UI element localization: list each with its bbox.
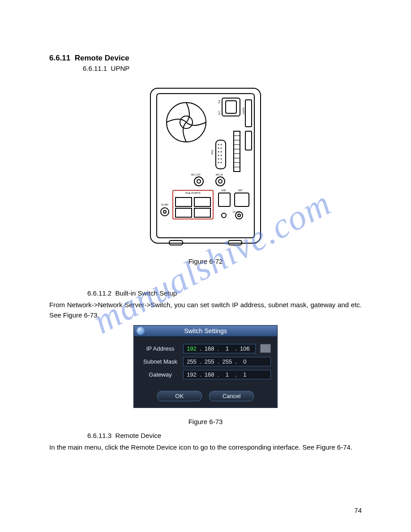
mask-seg-3[interactable]: 255 xyxy=(221,358,233,365)
figure-caption-2: Figure 6-73 xyxy=(49,418,362,425)
paragraph-2: In the main menu, click the Remote Devic… xyxy=(49,442,362,452)
subsection-title: UPNP xyxy=(111,64,130,72)
svg-rect-41 xyxy=(218,193,230,206)
row-mask: Subnet Mask 255. 255. 255. 0 xyxy=(140,357,271,366)
svg-point-30 xyxy=(194,177,203,186)
label-mic-in: MIC IN xyxy=(216,173,223,176)
row-gateway: Gateway 192. 168. 1. 1 xyxy=(140,370,271,379)
page: manualshive.com 6.6.11 Remote Device 6.6… xyxy=(0,0,411,532)
label-esata: eSATA xyxy=(242,107,245,114)
svg-point-26 xyxy=(218,159,219,159)
svg-rect-37 xyxy=(176,208,192,217)
svg-point-19 xyxy=(221,144,222,145)
subsection-3-number: 6.6.11.3 xyxy=(87,432,111,439)
svg-point-33 xyxy=(218,180,222,183)
svg-point-32 xyxy=(216,177,225,186)
figure-6-73: Switch Settings IP Address 192. 168. 1. … xyxy=(49,325,362,425)
label-usb: USB xyxy=(221,189,226,192)
svg-rect-36 xyxy=(194,197,210,206)
svg-point-21 xyxy=(221,148,222,149)
label-poe: PoE PORTS xyxy=(185,192,201,194)
label-vga: VGA xyxy=(211,150,214,154)
row-ip: IP Address 192. 168. 1. 106 xyxy=(140,344,271,353)
keyboard-icon[interactable] xyxy=(260,344,271,353)
gw-seg-2[interactable]: 168 xyxy=(203,371,216,378)
device-illustration: PoE PORTS MIC OUT MIC IN USB NET DC48V D… xyxy=(145,85,266,250)
section-title: Remote Device xyxy=(75,54,129,62)
label-on: ON xyxy=(218,100,221,103)
svg-point-25 xyxy=(221,155,222,156)
section-heading: 6.6.11 Remote Device 6.6.11.1 UPNP xyxy=(49,54,362,72)
svg-point-39 xyxy=(161,208,169,216)
ip-seg-2[interactable]: 168 xyxy=(203,345,216,352)
gw-seg-3[interactable]: 1 xyxy=(221,371,233,378)
svg-rect-7 xyxy=(245,131,252,150)
svg-point-45 xyxy=(238,214,240,217)
gateway-input[interactable]: 192. 168. 1. 1 xyxy=(183,370,271,379)
svg-rect-38 xyxy=(194,208,210,217)
svg-point-28 xyxy=(218,162,219,163)
figure-6-72: PoE PORTS MIC OUT MIC IN USB NET DC48V D… xyxy=(49,85,362,265)
svg-point-40 xyxy=(163,210,166,213)
label-off: OFF xyxy=(218,111,221,115)
label-dc12: DC12V xyxy=(233,210,240,213)
svg-rect-6 xyxy=(245,100,252,127)
mask-seg-1[interactable]: 255 xyxy=(185,358,198,365)
gw-seg-1[interactable]: 192 xyxy=(185,371,198,378)
label-dc48: DC48V xyxy=(161,203,169,206)
globe-icon xyxy=(137,327,145,335)
label-gateway: Gateway xyxy=(140,371,180,378)
subsection-2-number: 6.6.11.2 xyxy=(87,289,111,297)
ok-button[interactable]: OK xyxy=(157,391,202,401)
subsection-2-title: Built-in Switch Setup xyxy=(116,289,177,297)
label-net: NET xyxy=(238,189,243,192)
dialog-body: IP Address 192. 168. 1. 106 Subnet Mask … xyxy=(134,337,277,386)
subnet-mask-input[interactable]: 255. 255. 255. 0 xyxy=(183,357,271,366)
gw-seg-4[interactable]: 1 xyxy=(239,371,251,378)
ip-seg-3[interactable]: 1 xyxy=(221,345,233,352)
svg-point-24 xyxy=(218,155,219,156)
mask-seg-4[interactable]: 0 xyxy=(239,358,251,365)
subsection-3-heading: 6.6.11.3 Remote Device xyxy=(87,432,362,439)
svg-point-18 xyxy=(218,144,219,145)
svg-point-20 xyxy=(218,148,219,149)
device-svg: PoE PORTS MIC OUT MIC IN USB NET DC48V D… xyxy=(145,85,266,250)
page-number: 74 xyxy=(354,506,362,514)
svg-point-23 xyxy=(221,151,222,152)
switch-settings-dialog: Switch Settings IP Address 192. 168. 1. … xyxy=(133,325,278,408)
figure-caption-1: Figure 6-72 xyxy=(49,257,362,265)
subsection-number: 6.6.11.1 xyxy=(83,64,107,72)
label-ip: IP Address xyxy=(140,345,180,352)
svg-point-27 xyxy=(221,159,222,159)
label-mic-out: MIC OUT xyxy=(191,173,201,176)
subsection-2-heading: 6.6.11.2 Built-in Switch Setup xyxy=(87,289,362,297)
dialog-title: Switch Settings xyxy=(184,327,227,335)
ip-address-input[interactable]: 192. 168. 1. 106 xyxy=(183,344,256,353)
svg-point-43 xyxy=(222,213,226,218)
svg-rect-5 xyxy=(226,101,236,113)
dialog-actions: OK Cancel xyxy=(134,386,277,408)
cancel-button[interactable]: Cancel xyxy=(209,391,254,401)
paragraph-1: From Network->Network Server->Switch, yo… xyxy=(49,300,362,321)
svg-rect-42 xyxy=(235,193,249,206)
dialog-title-bar: Switch Settings xyxy=(134,326,277,337)
svg-rect-34 xyxy=(173,190,213,219)
ip-seg-4[interactable]: 106 xyxy=(239,345,251,352)
svg-rect-35 xyxy=(176,197,192,206)
subsection-3-title: Remote Device xyxy=(116,432,162,439)
mask-seg-2[interactable]: 255 xyxy=(203,358,216,365)
svg-rect-8 xyxy=(234,131,240,172)
ip-seg-1[interactable]: 192 xyxy=(185,345,198,352)
svg-point-31 xyxy=(197,180,201,183)
svg-point-29 xyxy=(221,162,222,163)
section-number: 6.6.11 xyxy=(49,54,70,62)
svg-point-22 xyxy=(218,151,219,152)
label-mask: Subnet Mask xyxy=(140,358,180,365)
